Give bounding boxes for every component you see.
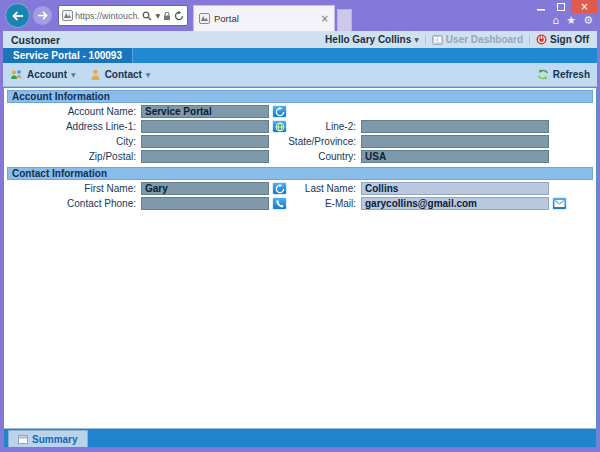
phone-dial-button[interactable] <box>272 197 287 210</box>
email-envelope-icon <box>554 199 565 208</box>
maximize-button[interactable] <box>551 0 571 13</box>
last-name-input[interactable] <box>361 182 549 195</box>
contact-phone-input[interactable] <box>141 197 269 210</box>
window-controls: × <box>531 0 598 13</box>
city-input[interactable] <box>141 135 269 148</box>
forward-arrow-icon <box>37 11 48 20</box>
portal-record-tab[interactable]: Service Portal - 100093 <box>3 48 133 63</box>
header-separator <box>529 35 530 45</box>
forward-button[interactable] <box>33 6 52 25</box>
search-icon[interactable] <box>142 11 152 21</box>
app-header-right: Hello Gary Collins ▼ User Dashboard Sign… <box>325 34 589 45</box>
address-map-button[interactable] <box>272 120 287 133</box>
first-name-label: First Name: <box>7 183 141 194</box>
page-title: Customer <box>11 34 60 46</box>
form-row: City: State/Province: <box>7 135 593 148</box>
email-input[interactable] <box>361 197 549 210</box>
account-information-header: Account Information <box>7 90 593 103</box>
phone-icon <box>275 199 285 209</box>
browser-titlebar: https://wintouch.touchton... ▼ Portal × … <box>0 0 600 31</box>
zip-postal-input[interactable] <box>141 150 269 163</box>
zip-postal-label: Zip/Postal: <box>7 151 141 162</box>
address-line1-input[interactable] <box>141 120 269 133</box>
close-icon: × <box>580 1 588 12</box>
tab-favicon <box>199 13 210 24</box>
header-separator <box>425 35 426 45</box>
first-name-input[interactable] <box>141 182 269 195</box>
settings-gear-icon[interactable]: ⚙ <box>583 15 593 26</box>
home-icon[interactable]: ⌂ <box>552 15 559 26</box>
country-label: Country: <box>287 151 361 162</box>
lookup-refresh-icon <box>275 184 285 194</box>
site-favicon <box>62 10 73 21</box>
refresh-button[interactable]: Refresh <box>537 69 590 80</box>
form-panel: Account Information Account Name: Addres… <box>3 87 597 428</box>
account-information-title: Account Information <box>12 91 110 102</box>
account-name-lookup-button[interactable] <box>272 105 287 118</box>
account-menu-label: Account <box>27 69 67 80</box>
send-email-button[interactable] <box>552 197 567 210</box>
form-row: Address Line-1: Line-2: <box>7 120 593 133</box>
form-row: Contact Phone: E-Mail: <box>7 197 593 210</box>
email-label: E-Mail: <box>287 198 361 209</box>
browser-tab-portal[interactable]: Portal × <box>193 5 335 31</box>
user-menu-caret-icon: ▼ <box>414 36 419 43</box>
line2-input[interactable] <box>361 120 549 133</box>
close-button[interactable]: × <box>571 0 598 13</box>
country-input[interactable] <box>361 150 549 163</box>
account-menu-caret-icon: ▼ <box>71 71 76 78</box>
url-text[interactable]: https://wintouch.touchton... <box>75 11 140 21</box>
summary-tab[interactable]: Summary <box>8 430 88 447</box>
form-row: Account Name: <box>7 105 593 118</box>
user-dashboard-link[interactable]: User Dashboard <box>432 34 523 45</box>
contact-menu-caret-icon: ▼ <box>146 71 151 78</box>
address-line1-label: Address Line-1: <box>7 121 141 132</box>
summary-tab-label: Summary <box>32 434 78 445</box>
form-row: First Name: Last Name: <box>7 182 593 195</box>
user-menu[interactable]: Hello Gary Collins ▼ <box>325 34 419 45</box>
summary-window-icon <box>18 435 28 444</box>
refresh-label: Refresh <box>553 69 590 80</box>
new-tab-button[interactable] <box>337 9 352 31</box>
first-name-lookup-button[interactable] <box>272 182 287 195</box>
favorites-star-icon[interactable]: ★ <box>566 15 576 26</box>
line2-label: Line-2: <box>287 121 361 132</box>
tab-close-icon[interactable]: × <box>321 14 329 24</box>
dashboard-icon <box>432 35 443 45</box>
account-people-icon <box>10 69 23 81</box>
last-name-label: Last Name: <box>287 183 361 194</box>
browser-action-icons: ⌂ ★ ⚙ <box>552 15 593 26</box>
sign-off-label: Sign Off <box>550 34 589 45</box>
tab-title: Portal <box>214 13 317 24</box>
state-province-input[interactable] <box>361 135 549 148</box>
account-menu-button[interactable]: Account ▼ <box>10 69 76 81</box>
form-row: Zip/Postal: Country: <box>7 150 593 163</box>
minimize-icon <box>537 3 545 11</box>
user-dashboard-label: User Dashboard <box>446 34 523 45</box>
contact-information-header: Contact Information <box>7 167 593 180</box>
refresh-icon <box>537 69 549 80</box>
greeting-text: Hello Gary Collins <box>325 34 411 45</box>
state-province-label: State/Province: <box>287 136 361 147</box>
portal-record-tab-label: Service Portal - 100093 <box>13 50 122 61</box>
globe-icon <box>275 122 285 132</box>
contact-phone-label: Contact Phone: <box>7 198 141 209</box>
sign-off-button[interactable]: Sign Off <box>536 34 589 45</box>
account-name-input[interactable] <box>141 105 269 118</box>
contact-menu-button[interactable]: Contact ▼ <box>90 69 151 81</box>
reload-icon[interactable] <box>174 11 184 21</box>
back-arrow-icon <box>12 11 24 21</box>
minimize-button[interactable] <box>531 0 551 13</box>
contact-information-title: Contact Information <box>12 168 107 179</box>
back-button[interactable] <box>5 3 30 28</box>
city-label: City: <box>7 136 141 147</box>
browser-window: https://wintouch.touchton... ▼ Portal × … <box>0 0 600 452</box>
search-dropdown-icon[interactable]: ▼ <box>155 12 160 19</box>
contact-person-icon <box>90 69 101 81</box>
bottom-tab-bar: Summary <box>3 428 597 448</box>
address-bar[interactable]: https://wintouch.touchton... ▼ <box>58 5 188 26</box>
page-viewport: Customer Hello Gary Collins ▼ User Dashb… <box>3 31 597 448</box>
contact-menu-label: Contact <box>105 69 142 80</box>
maximize-icon <box>557 3 565 11</box>
portal-tab-bar: Service Portal - 100093 <box>3 48 597 63</box>
